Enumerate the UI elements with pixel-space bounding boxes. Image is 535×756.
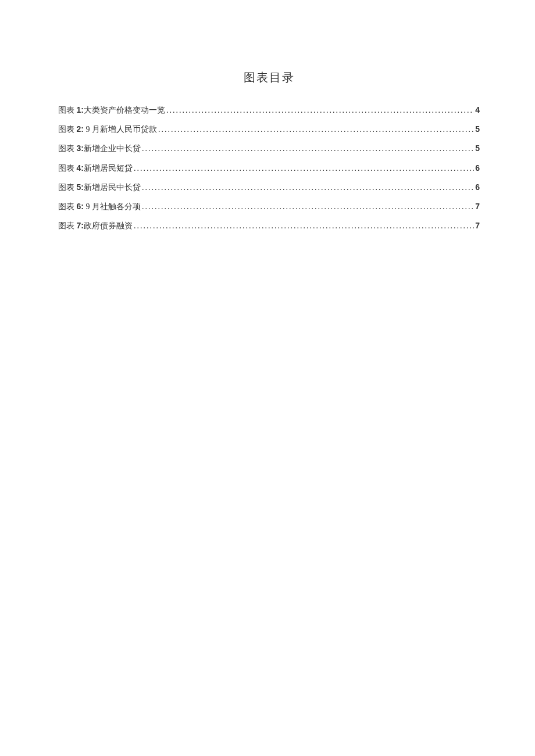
- toc-text: 新增居民中长贷: [84, 183, 141, 192]
- toc-number: 5:: [77, 182, 84, 192]
- toc-text: 政府债券融资: [84, 221, 133, 230]
- toc-text: 大类资产价格变动一览: [84, 106, 165, 114]
- toc-number: 1:: [77, 105, 84, 114]
- toc-item: 图表 1:大类资产价格变动一览 4: [58, 103, 480, 117]
- toc-prefix: 图表: [58, 183, 74, 192]
- toc-page: 6: [475, 161, 480, 175]
- toc-dots: [134, 161, 474, 175]
- toc-label: 图表 1:大类资产价格变动一览: [58, 103, 165, 117]
- toc-page: 5: [475, 122, 480, 137]
- toc-item: 图表 4:新增居民短贷 6: [58, 161, 480, 175]
- toc-item: 图表 3:新增企业中长贷 5: [58, 141, 480, 156]
- toc-dots: [142, 199, 474, 214]
- toc-dots: [142, 180, 474, 195]
- toc-number: 4:: [77, 163, 84, 173]
- toc-item: 图表 5:新增居民中长贷 6: [58, 180, 480, 195]
- toc-text: 9 月社触各分项: [84, 202, 141, 211]
- toc-dots: [158, 122, 474, 137]
- toc-dots: [166, 103, 474, 117]
- toc-page: 4: [475, 103, 480, 117]
- toc-prefix: 图表: [58, 144, 74, 153]
- toc-label: 图表 3:新增企业中长贷: [58, 141, 141, 156]
- toc-prefix: 图表: [58, 125, 74, 134]
- toc-page: 5: [475, 141, 480, 156]
- toc-label: 图表 2: 9 月新增人民币贷款: [58, 122, 157, 137]
- toc-label: 图表 5:新增居民中长贷: [58, 180, 141, 195]
- toc-page: 7: [475, 199, 480, 214]
- toc-number: 3:: [77, 144, 84, 153]
- toc-number: 2:: [77, 124, 84, 134]
- toc-page: 6: [475, 180, 480, 195]
- toc-label: 图表 6: 9 月社触各分项: [58, 199, 141, 214]
- toc-prefix: 图表: [58, 202, 74, 211]
- toc-item: 图表 7:政府债券融资 7: [58, 218, 480, 233]
- toc-text: 9 月新增人民币贷款: [84, 125, 157, 134]
- document-page: 图表目录 图表 1:大类资产价格变动一览 4 图表 2: 9 月新增人民币贷款 …: [0, 0, 535, 233]
- toc-label: 图表 7:政府债券融资: [58, 218, 133, 233]
- toc-prefix: 图表: [58, 164, 74, 173]
- toc-text: 新增居民短贷: [84, 164, 133, 173]
- toc-label: 图表 4:新增居民短贷: [58, 161, 133, 175]
- toc-item: 图表 2: 9 月新增人民币贷款 5: [58, 122, 480, 137]
- toc-number: 7:: [77, 221, 84, 230]
- toc-item: 图表 6: 9 月社触各分项 7: [58, 199, 480, 214]
- toc-dots: [134, 218, 474, 233]
- toc-number: 6:: [77, 202, 84, 211]
- toc-page: 7: [475, 218, 480, 233]
- toc-list: 图表 1:大类资产价格变动一览 4 图表 2: 9 月新增人民币贷款 5 图表 …: [58, 103, 480, 233]
- toc-prefix: 图表: [58, 221, 74, 230]
- toc-text: 新增企业中长贷: [84, 144, 141, 153]
- toc-prefix: 图表: [58, 106, 74, 114]
- page-title: 图表目录: [58, 70, 480, 85]
- toc-dots: [142, 141, 474, 156]
